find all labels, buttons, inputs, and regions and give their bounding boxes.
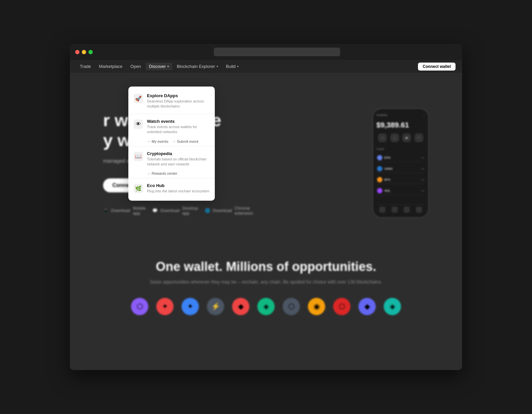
traffic-lights — [75, 50, 93, 54]
desktop-icon: 💬 — [152, 208, 158, 213]
close-button[interactable] — [75, 50, 79, 54]
dropdown-item-cryptopedia[interactable]: 📖 Cryptopedia Tutorials based on officia… — [128, 148, 215, 170]
minimize-button[interactable] — [82, 50, 86, 54]
dropdown-item-watch-events[interactable]: 👁 Watch events Track events across walle… — [128, 115, 215, 138]
phone-token-row-btc: BTC — — [376, 176, 425, 184]
download-desktop[interactable]: 💬 Download Desktop app — [152, 206, 198, 216]
nav-bar: Trade Marketplace Open Discover ▾ Blockc… — [70, 60, 462, 73]
cryptopedia-title: Cryptopedia — [147, 151, 209, 156]
chain-icons: ⬡ ✦ ✦ ⚡ ◆ ◈ ⬡ ◉ ⬡ ◆ ◈ — [103, 298, 429, 315]
nav-item-discover[interactable]: Discover ▾ — [146, 63, 172, 70]
download-links: 📱 Download Mobile app 💬 Download Desktop… — [103, 206, 243, 216]
phone-nav-settings — [416, 207, 422, 213]
chain-icon-11: ◈ — [384, 298, 401, 315]
nav-item-build[interactable]: Build ▾ — [223, 63, 242, 70]
chevron-down-icon: ▾ — [216, 65, 218, 68]
phone-action-receive: ↓ — [390, 133, 399, 142]
download-mobile[interactable]: 📱 Download Mobile app — [103, 206, 146, 216]
watch-events-icon: 👁 — [134, 119, 143, 129]
chevron-down-icon: ▾ — [237, 65, 239, 68]
bottom-subtitle: Seize opportunities wherever they may be… — [103, 279, 429, 285]
rewards-center-link[interactable]: Rewards center — [147, 171, 177, 175]
connect-wallet-button[interactable]: Connect wallet — [418, 63, 456, 71]
divider-1 — [128, 114, 215, 114]
chain-icon-6: ◈ — [257, 298, 275, 315]
my-events-link[interactable]: My events — [147, 139, 168, 143]
chevron-down-icon: ▾ — [167, 65, 169, 68]
phone-mockup: Portfolio ⋯ $9,389.61 ↑ ↓ ⇄ ⋯ Crypto — [372, 108, 429, 218]
eco-hub-desc: Plug into the latest onchain ecosystem — [147, 189, 209, 194]
phone-nav-activity — [404, 207, 410, 213]
phone-nav-home — [379, 207, 385, 213]
content-area: r wallet for the y world managed wallet … — [70, 73, 462, 370]
cryptopedia-icon: 📖 — [134, 152, 143, 161]
divider-3 — [128, 178, 215, 178]
eco-hub-icon: 🌿 — [134, 184, 143, 193]
chain-icon-2: ✦ — [156, 298, 174, 315]
chain-icon-7: ⬡ — [283, 298, 300, 315]
cryptopedia-sublinks: Rewards center — [128, 170, 215, 177]
discover-dropdown: 🚀 Explore DApps Seamless DApp exploratio… — [128, 87, 215, 201]
chain-icon-1: ⬡ — [131, 298, 148, 315]
browser-window: Trade Marketplace Open Discover ▾ Blockc… — [70, 44, 462, 370]
phone-actions: ↑ ↓ ⇄ ⋯ — [376, 133, 425, 142]
phone-section-label: Crypto — [376, 147, 425, 150]
phone-token-row-usdc: USDC — — [376, 165, 425, 173]
chain-icon-4: ⚡ — [207, 298, 224, 315]
chain-icon-10: ◆ — [358, 298, 376, 315]
phone-action-send: ↑ — [378, 133, 387, 142]
phone-nav-explore — [392, 207, 398, 213]
phone-balance: $9,389.61 — [376, 121, 425, 129]
maximize-button[interactable] — [88, 50, 93, 54]
nav-item-blockchain-explorer[interactable]: Blockchain Explorer ▾ — [174, 63, 221, 70]
watch-events-desc: Track events across wallets for unlimite… — [147, 124, 209, 135]
phone-token-row-sol: SOL — — [376, 187, 425, 195]
chain-icon-8: ◉ — [308, 298, 325, 315]
nav-item-trade[interactable]: Trade — [76, 63, 94, 70]
watch-events-sublinks: My events Submit event — [128, 138, 215, 145]
title-bar — [70, 44, 462, 60]
divider-2 — [128, 146, 215, 146]
chain-icon-9: ⬡ — [333, 298, 350, 315]
download-chrome[interactable]: 🌐 Download Chrome extension — [205, 206, 253, 216]
chain-icon-5: ◆ — [232, 298, 249, 315]
cryptopedia-desc: Tutorials based on official blockchain n… — [147, 157, 209, 167]
phone-token-row-eth: ETH — — [376, 154, 425, 162]
chain-icon-3: ✦ — [182, 298, 199, 315]
eco-hub-title: Eco Hub — [147, 183, 209, 188]
address-bar[interactable] — [214, 48, 340, 56]
mobile-icon: 📱 — [103, 208, 108, 213]
explore-dapps-desc: Seamless DApp exploration across multipl… — [147, 99, 209, 109]
dropdown-item-eco-hub[interactable]: 🌿 Eco Hub Plug into the latest onchain e… — [128, 180, 215, 197]
submit-event-link[interactable]: Submit event — [172, 139, 198, 143]
phone-header: Portfolio ⋯ — [376, 113, 425, 117]
explore-dapps-title: Explore DApps — [147, 93, 209, 98]
nav-item-marketplace[interactable]: Marketplace — [95, 63, 126, 70]
bottom-title: One wallet. Millions of opportunities. — [103, 260, 429, 274]
explore-dapps-icon: 🚀 — [134, 94, 143, 103]
bottom-section: One wallet. Millions of opportunities. S… — [70, 246, 462, 328]
phone-action-swap: ⇄ — [402, 133, 411, 142]
watch-events-title: Watch events — [147, 119, 209, 124]
phone-action-more: ⋯ — [415, 133, 423, 142]
phone-bottom-nav — [376, 204, 425, 213]
nav-item-open[interactable]: Open — [127, 63, 144, 70]
chrome-icon: 🌐 — [205, 208, 210, 213]
dropdown-item-explore-dapps[interactable]: 🚀 Explore DApps Seamless DApp exploratio… — [128, 90, 215, 112]
